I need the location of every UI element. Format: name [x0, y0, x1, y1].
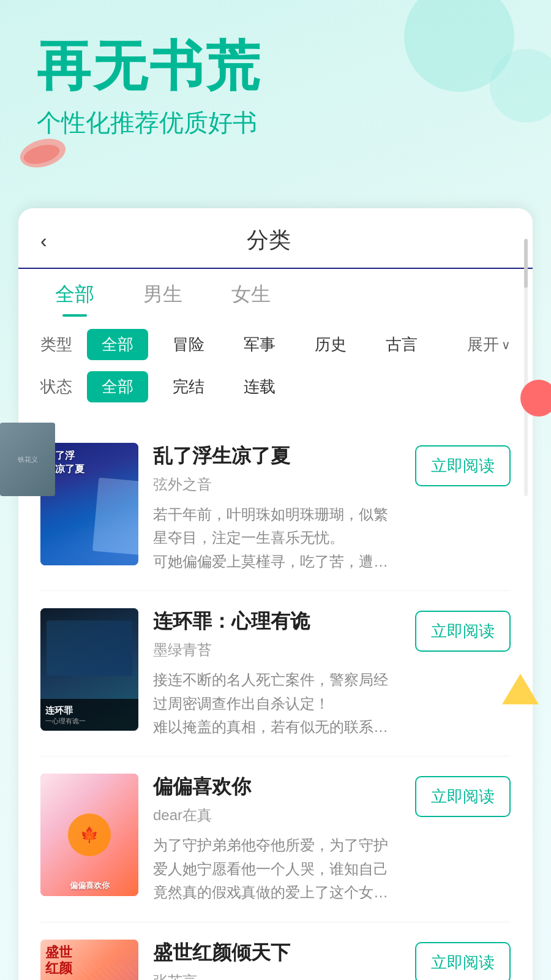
- type-filter-label: 类型: [40, 334, 77, 355]
- read-button-1[interactable]: 立即阅读: [415, 445, 511, 486]
- book-item: 乱了浮生凉了夏 乱了浮生凉了夏 弦外之音 若干年前，叶明珠如明珠珊瑚，似繁星夺目…: [40, 426, 511, 591]
- tab-all[interactable]: 全部: [55, 281, 94, 317]
- type-filter-history[interactable]: 历史: [300, 329, 361, 360]
- type-filter-all[interactable]: 全部: [87, 329, 148, 360]
- book-info-3: 偏偏喜欢你 dear在真 为了守护弟弟他夺他所爱，为了守护爱人她宁愿看他一个人哭…: [153, 774, 393, 904]
- read-button-3[interactable]: 立即阅读: [415, 776, 511, 817]
- status-filter-all[interactable]: 全部: [87, 371, 148, 402]
- type-filter-military[interactable]: 军事: [229, 329, 290, 360]
- tab-male[interactable]: 男生: [143, 281, 182, 317]
- status-filter-ongoing[interactable]: 连载: [229, 371, 290, 402]
- main-panel: ‹ 分类 全部 男生 女生 类型 全部 冒险 军事 历史 古言 展开 ∨: [18, 208, 533, 980]
- book-desc-3: 为了守护弟弟他夺他所爱，为了守护爱人她宁愿看他一个人哭，谁知自己竟然真的假戏真做…: [153, 834, 393, 904]
- book-title-4: 盛世红颜倾天下: [153, 940, 393, 967]
- type-filter-ancient[interactable]: 古言: [371, 329, 432, 360]
- panel-title: 分类: [57, 225, 481, 255]
- book-title-1: 乱了浮生凉了夏: [153, 443, 393, 470]
- type-filter-adventure[interactable]: 冒险: [158, 329, 219, 360]
- scrollbar-track[interactable]: [524, 239, 528, 496]
- book-info-2: 连环罪：心理有诡 墨绿青苔 接连不断的名人死亡案件，警察局经过周密调查作出自杀认…: [153, 608, 393, 739]
- book-author-3: dear在真: [153, 805, 393, 825]
- status-filter-row: 状态 全部 完结 连载: [40, 371, 511, 402]
- book-cover-4: 盛世红颜 倾天下: [40, 940, 138, 980]
- panel-header: ‹ 分类: [18, 208, 533, 269]
- book-info-1: 乱了浮生凉了夏 弦外之音 若干年前，叶明珠如明珠珊瑚，似繁星夺目，注定一生喜乐无…: [153, 443, 393, 573]
- tab-female[interactable]: 女生: [231, 281, 271, 317]
- hero-subtitle: 个性化推荐优质好书: [37, 106, 514, 140]
- book-title-3: 偏偏喜欢你: [153, 774, 393, 801]
- chevron-down-icon: ∨: [501, 337, 511, 352]
- book-item: 盛世红颜 倾天下 盛世红颜倾天下 张芷言 盛世初逢，叹尽江山秀美；红颜易老，一醉…: [40, 922, 511, 980]
- type-filter-row: 类型 全部 冒险 军事 历史 古言 展开 ∨: [40, 329, 511, 360]
- book-list: 乱了浮生凉了夏 乱了浮生凉了夏 弦外之音 若干年前，叶明珠如明珠珊瑚，似繁星夺目…: [18, 426, 533, 980]
- back-button[interactable]: ‹: [40, 231, 47, 251]
- book-title-2: 连环罪：心理有诡: [153, 608, 393, 635]
- read-button-4[interactable]: 立即阅读: [415, 942, 511, 980]
- status-filter-label: 状态: [40, 376, 77, 398]
- book-item: 🍁 偏偏喜欢你 偏偏喜欢你 dear在真 为了守护弟弟他夺他所爱，为了守护爱人她…: [40, 756, 511, 922]
- read-button-2[interactable]: 立即阅读: [415, 611, 511, 652]
- status-filter-completed[interactable]: 完结: [158, 371, 219, 402]
- book-cover-1: 乱了浮生凉了夏: [40, 443, 138, 565]
- filter-section: 类型 全部 冒险 军事 历史 古言 展开 ∨ 状态 全部 完结 连载: [18, 317, 533, 426]
- book-author-4: 张芷言: [153, 971, 393, 980]
- deco-leaf: [18, 135, 67, 172]
- scrollbar-thumb[interactable]: [524, 239, 528, 288]
- book-info-4: 盛世红颜倾天下 张芷言 盛世初逢，叹尽江山秀美；红颜易老，一醉倾尽半生。一曲清歌…: [153, 940, 393, 980]
- book-author-2: 墨绿青苔: [153, 640, 393, 660]
- side-book-left: 铁花义: [0, 423, 55, 496]
- book-cover-3: 🍁 偏偏喜欢你: [40, 774, 138, 896]
- book-desc-1: 若干年前，叶明珠如明珠珊瑚，似繁星夺目，注定一生喜乐无忧。可她偏偏爱上莫槿寻，吃…: [153, 503, 393, 573]
- expand-label: 展开: [467, 334, 499, 355]
- tab-bar: 全部 男生 女生: [18, 269, 533, 317]
- book-author-1: 弦外之音: [153, 475, 393, 494]
- deco-triangle-right: [502, 674, 539, 704]
- hero-section: 再无书荒 个性化推荐优质好书: [0, 0, 551, 208]
- book-item: 连环罪 一心理有诡一 连环罪：心理有诡 墨绿青苔 接连不断的名人死亡案件，警察局…: [40, 591, 511, 756]
- expand-button[interactable]: 展开 ∨: [467, 334, 511, 355]
- book-cover-2: 连环罪 一心理有诡一: [40, 608, 138, 731]
- book-desc-2: 接连不断的名人死亡案件，警察局经过周密调查作出自杀认定！难以掩盖的真相，若有似无…: [153, 668, 393, 739]
